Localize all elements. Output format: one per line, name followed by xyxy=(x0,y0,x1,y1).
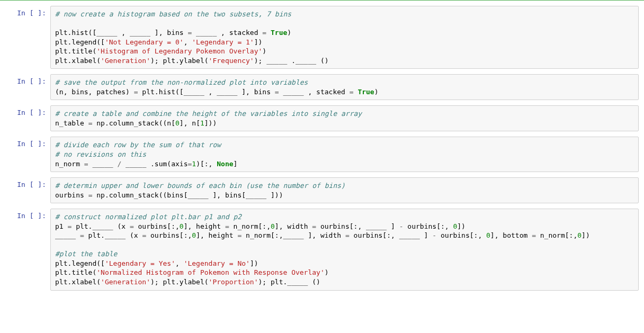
code-input-area[interactable]: # construct normalized plot plt.bar p1 a… xyxy=(50,209,639,290)
code-text: np.column_stack((bins[_____ ], bins[____… xyxy=(92,191,283,199)
code-text: ) xyxy=(287,29,291,37)
input-prompt: In [ ]: xyxy=(0,74,50,100)
code-content[interactable]: # now create a histogram based on the tw… xyxy=(55,10,634,65)
code-text: ); plt.ylabel( xyxy=(150,278,209,286)
code-text: p1 xyxy=(55,222,67,230)
code-text: ourbins[:, xyxy=(146,231,192,239)
code-input-area[interactable]: # determin upper and lower bounds of eac… xyxy=(50,177,639,203)
code-text: ] xyxy=(234,160,238,168)
op-eq: = xyxy=(134,88,138,96)
code-cell[interactable]: In [ ]: # save the output from the non-n… xyxy=(0,72,644,102)
code-text: _____ xyxy=(88,160,118,168)
keyword-true: True xyxy=(357,88,374,96)
string: 'Generation' xyxy=(101,57,150,65)
code-text: ); plt.ylabel( xyxy=(150,57,209,65)
code-cell[interactable]: In [ ]: # divide each row by the sum of … xyxy=(0,134,644,174)
code-content[interactable]: # construct normalized plot plt.bar p1 a… xyxy=(55,212,634,286)
number: 0 xyxy=(486,231,490,239)
code-text: n_norm[:, xyxy=(536,231,577,239)
code-text: (n, bins, patches) xyxy=(55,88,134,96)
code-text: ) xyxy=(374,88,379,96)
code-text: ) xyxy=(325,268,329,276)
string: 'Legendary = No' xyxy=(184,259,250,267)
comment: # save the output from the non-normalize… xyxy=(55,78,308,86)
code-text: ourbins xyxy=(55,191,88,199)
op-eq: = xyxy=(350,88,354,96)
op-eq: = xyxy=(84,160,88,168)
code-text: plt.hist([_____ , _____ ], bins xyxy=(138,88,275,96)
code-text: ], n[ xyxy=(180,119,200,127)
input-prompt: In [ ]: xyxy=(0,6,50,69)
code-input-area[interactable]: # now create a histogram based on the tw… xyxy=(50,6,639,69)
code-text: plt.legend([ xyxy=(55,259,105,267)
comment: # create a table and combine the height … xyxy=(55,110,362,118)
code-text: ], height xyxy=(196,231,237,239)
string: 'Normalized Histogram of Pokemon with Re… xyxy=(96,268,324,276)
code-text: plt.hist([_____ , _____ ], bins xyxy=(55,29,187,37)
code-text: ); _____ ._____ () xyxy=(254,57,329,65)
code-text: ourbins[:, xyxy=(436,231,486,239)
op-eq: = xyxy=(275,88,279,96)
code-cell[interactable]: In [ ]: # determin upper and lower bound… xyxy=(0,175,644,205)
code-cell[interactable]: In [ ]: # construct normalized plot plt.… xyxy=(0,206,644,292)
string: 'Proportion' xyxy=(209,278,258,286)
op-eq: = xyxy=(80,231,84,239)
code-text: ourbins[:, xyxy=(404,222,453,230)
code-cell[interactable]: In [ ]: # create a table and combine the… xyxy=(0,103,644,133)
comment: #plot the table xyxy=(55,250,117,258)
code-text: ourbins[:, _____ ] xyxy=(350,231,433,239)
code-text: ], height xyxy=(184,222,225,230)
number: 0 xyxy=(192,231,196,239)
code-content[interactable]: # divide each row by the sum of that row… xyxy=(55,140,634,168)
number: 0 xyxy=(271,222,275,230)
code-content[interactable]: # save the output from the non-normalize… xyxy=(55,78,634,96)
number: 1 xyxy=(200,119,204,127)
number: 0 xyxy=(577,231,582,239)
code-input-area[interactable]: # create a table and combine the height … xyxy=(50,105,639,131)
code-text: plt.title( xyxy=(55,268,96,276)
string: 'Generation' xyxy=(101,278,150,286)
code-text: plt.legend([ xyxy=(55,38,105,46)
code-content[interactable]: # create a table and combine the height … xyxy=(55,109,634,128)
input-prompt: In [ ]: xyxy=(0,137,50,172)
code-text: _____ xyxy=(55,231,80,239)
code-input-area[interactable]: # divide each row by the sum of that row… xyxy=(50,137,639,172)
code-text: ) xyxy=(262,47,266,55)
code-cell[interactable]: In [ ]: # now create a histogram based o… xyxy=(0,4,644,71)
comment: # determin upper and lower bounds of eac… xyxy=(55,182,345,190)
string: 'Legendary = 1' xyxy=(192,38,254,46)
input-prompt: In [ ]: xyxy=(0,105,50,131)
code-input-area[interactable]: # save the output from the non-normalize… xyxy=(50,74,639,100)
keyword-true: True xyxy=(271,29,287,37)
comment: # construct normalized plot plt.bar p1 a… xyxy=(55,213,241,221)
code-text: plt._____ (x xyxy=(84,231,142,239)
code-text: _____ , stacked xyxy=(192,29,262,37)
keyword-none: None xyxy=(217,160,233,168)
code-content[interactable]: # determin upper and lower bounds of eac… xyxy=(55,181,634,200)
code-text: plt.title( xyxy=(55,47,96,55)
code-text: ]) xyxy=(457,222,466,230)
code-text: ourbins[:, _____ ] xyxy=(316,222,399,230)
number: 0 xyxy=(175,119,180,127)
code-text: plt._____ (x xyxy=(71,222,130,230)
string: 'Legendary = Yes' xyxy=(105,259,175,267)
op-eq: = xyxy=(312,222,316,230)
code-text: n_norm xyxy=(55,160,84,168)
string: 'Histogram of Legendary Pokemon Overlay' xyxy=(96,47,262,55)
code-text: _____ , stacked xyxy=(279,88,350,96)
code-text: ]) xyxy=(250,259,258,267)
op-minus: - xyxy=(399,222,404,230)
string: 'Frequency' xyxy=(209,57,254,65)
op-eq: = xyxy=(532,231,536,239)
code-text: np.column_stack((n[ xyxy=(92,119,175,127)
op-minus: - xyxy=(432,231,436,239)
code-text: plt.xlabel( xyxy=(55,278,101,286)
comment: # divide each row by the sum of that row xyxy=(55,141,221,149)
code-text: n_table xyxy=(55,119,88,127)
number: 0 xyxy=(180,222,184,230)
code-text: n_norm[:,_____ ], width xyxy=(241,231,345,239)
comment: # no revisions on this xyxy=(55,150,146,158)
op-eq: = xyxy=(345,231,350,239)
notebook-container: In [ ]: # now create a histogram based o… xyxy=(0,0,644,299)
code-text: n_norm[:, xyxy=(229,222,271,230)
